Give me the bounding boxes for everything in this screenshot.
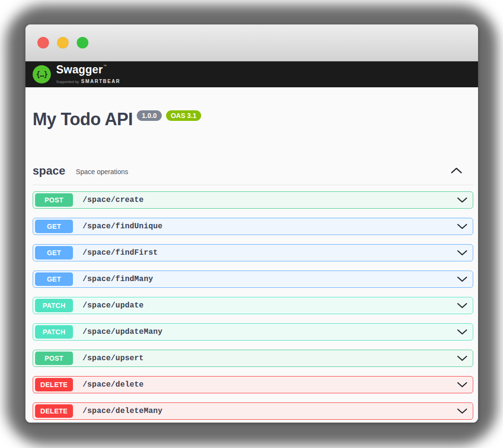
method-badge: DELETE [35,404,73,418]
chevron-down-icon[interactable] [457,250,467,256]
operation-row[interactable]: PATCH /space/updateMany [33,323,473,341]
chevron-down-icon[interactable] [457,408,467,414]
operation-row[interactable]: POST /space/upsert [33,350,473,367]
chevron-up-icon[interactable] [451,167,462,174]
operation-row[interactable]: GET /space/findFirst [33,244,473,261]
operation-row[interactable]: DELETE /space/deleteMany [33,402,473,420]
method-badge: GET [35,246,73,259]
chevron-down-icon[interactable] [457,224,467,229]
chevron-down-icon[interactable] [457,355,467,361]
operation-row[interactable]: PATCH /space/update [33,297,473,314]
tag-name: space [33,164,65,177]
page-background: {…} Swagger™ Supported by SMARTBEAR My T… [0,0,503,448]
operation-path: /space/upsert [83,354,144,363]
method-badge: GET [35,220,73,233]
operation-row[interactable]: GET /space/findUnique [33,218,473,235]
operation-path: /space/findFirst [83,248,158,257]
swagger-topbar: {…} Swagger™ Supported by SMARTBEAR [25,61,478,87]
operation-path: /space/updateMany [83,328,163,336]
method-badge: POST [35,352,73,365]
close-button[interactable] [37,37,49,48]
chevron-down-icon[interactable] [457,276,467,282]
tag-description: Space operations [76,166,128,176]
chevron-down-icon[interactable] [457,329,467,335]
swagger-logo-icon: {…} [33,65,51,83]
operation-row[interactable]: POST /space/create [33,191,473,209]
smartbear-wordmark: SMARTBEAR [81,79,120,84]
brand-name: Swagger [56,63,103,76]
logo-braces-glyph: {…} [36,70,48,79]
trademark-symbol: ™ [103,64,107,68]
chevron-down-icon[interactable] [457,382,467,388]
operation-path: /space/update [83,301,144,310]
chevron-down-icon[interactable] [457,197,467,203]
operation-path: /space/findUnique [83,222,163,231]
minimize-button[interactable] [57,37,69,48]
supported-by-label: Supported by [56,80,79,84]
oas-badge: OAS 3.1 [166,110,202,121]
operation-path: /space/findMany [83,275,153,283]
operations-list: POST /space/create GET /space/findUnique… [33,191,473,420]
api-title: My Todo API [33,110,132,129]
method-badge: GET [35,272,73,286]
method-badge: DELETE [35,378,73,391]
operation-row[interactable]: DELETE /space/delete [33,376,473,393]
operation-path: /space/delete [83,380,144,389]
tag-section-header[interactable]: space Space operations [33,164,473,185]
operation-path: /space/deleteMany [83,407,163,415]
api-docs-content: My Todo API 1.0.0 OAS 3.1 space Space op… [25,87,478,423]
operation-row[interactable]: GET /space/findMany [33,271,473,288]
method-badge: PATCH [35,325,73,339]
app-window: {…} Swagger™ Supported by SMARTBEAR My T… [25,24,478,423]
window-titlebar [25,24,478,61]
api-title-row: My Todo API 1.0.0 OAS 3.1 [33,110,473,129]
swagger-logo: {…} Swagger™ Supported by SMARTBEAR [33,64,120,84]
method-badge: POST [35,193,73,207]
zoom-button[interactable] [77,37,88,48]
version-badge: 1.0.0 [137,110,161,121]
operation-path: /space/create [83,196,144,204]
method-badge: PATCH [35,299,73,312]
supported-by-line: Supported by SMARTBEAR [56,77,120,84]
chevron-down-icon[interactable] [457,303,467,308]
brand-block: Swagger™ Supported by SMARTBEAR [56,64,120,84]
